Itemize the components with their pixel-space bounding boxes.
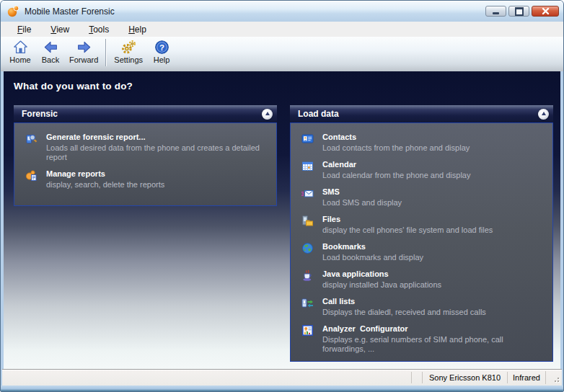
- load-data-panel-header: Load data: [290, 105, 553, 122]
- resize-grip[interactable]: [545, 371, 562, 384]
- home-icon: [13, 40, 28, 55]
- item-title: Files: [322, 214, 493, 224]
- item-text: SMS Load SMS and display: [322, 187, 402, 208]
- item-text: Java applications display installed Java…: [322, 269, 441, 290]
- menu-help-label: elp: [135, 24, 146, 35]
- analyzer-configurator-item[interactable]: Analyzer Configurator Displays e.g. seri…: [300, 324, 545, 354]
- forward-label: Forward: [69, 55, 98, 64]
- bookmarks-item[interactable]: Bookmarks Load bookmarks and display: [300, 241, 545, 262]
- load-data-panel-title: Load data: [298, 109, 538, 119]
- calendar-item[interactable]: Calendar Load calendar from the phone an…: [300, 159, 545, 180]
- item-text: Contacts Load contacts from the phone an…: [322, 132, 470, 153]
- item-title: Java applications: [322, 269, 441, 279]
- forensic-panel-header: Forensic: [14, 105, 277, 122]
- help-button[interactable]: ? Help: [146, 38, 177, 68]
- forensic-panel-title: Forensic: [22, 109, 262, 119]
- item-text: Generate forensic report... Loads all de…: [46, 132, 267, 162]
- status-spacer-pane: [411, 372, 422, 383]
- sms-item[interactable]: SMS Load SMS and display: [300, 187, 545, 208]
- minimize-icon: [493, 12, 499, 14]
- item-description: Loads all desired data from the phone an…: [46, 143, 267, 162]
- close-button[interactable]: [532, 6, 559, 17]
- status-device: Sony Ericsson K810: [422, 372, 507, 383]
- analyzer-icon: [301, 324, 314, 337]
- menu-help-hotkey: H: [128, 24, 135, 35]
- home-button[interactable]: Home: [5, 38, 35, 68]
- manage-reports-item[interactable]: Manage reports display, search, delete t…: [24, 169, 269, 190]
- menu-file-label: ile: [22, 24, 31, 35]
- home-label: Home: [9, 55, 30, 64]
- back-arrow-icon: [43, 40, 58, 55]
- call-lists-item[interactable]: Call lists Displays the dialedl, receive…: [300, 296, 545, 317]
- bookmarks-icon: [301, 242, 314, 254]
- app-window: Mobile Master Forensic File View Tools H…: [0, 0, 564, 392]
- chevron-up-icon: [542, 112, 546, 115]
- maximize-button[interactable]: [508, 6, 529, 17]
- item-title: Bookmarks: [322, 241, 423, 251]
- generate-forensic-report-item[interactable]: Generate forensic report... Loads all de…: [24, 132, 269, 162]
- load-data-panel-body: Contacts Load contacts from the phone an…: [290, 122, 553, 362]
- item-title: Calendar: [322, 159, 470, 169]
- menu-help[interactable]: Help: [122, 23, 153, 36]
- load-data-panel: Load data: [290, 105, 553, 362]
- status-connection: Infrared: [507, 372, 545, 383]
- contacts-icon: [301, 133, 314, 145]
- menu-tools-label: ools: [93, 24, 109, 35]
- forensic-collapse-button[interactable]: [262, 109, 273, 120]
- toolbar: Home Back Forward Settings: [1, 37, 563, 71]
- menu-file[interactable]: File: [11, 23, 38, 36]
- item-text: Files display the cell phones' file syst…: [322, 214, 493, 235]
- page-title: What do you want to do?: [4, 71, 560, 92]
- sms-icon: [301, 187, 314, 200]
- item-title: Contacts: [322, 132, 470, 142]
- forensic-panel-body: Generate forensic report... Loads all de…: [14, 122, 277, 206]
- maximize-icon: [515, 7, 524, 16]
- forensic-report-icon: [25, 133, 38, 145]
- item-text: Calendar Load calendar from the phone an…: [322, 159, 470, 180]
- forward-button[interactable]: Forward: [66, 38, 102, 68]
- help-icon: ?: [154, 40, 169, 55]
- item-description: Displays the dialedl, received and misse…: [322, 308, 486, 317]
- item-title: Analyzer Configurator: [322, 324, 543, 334]
- window-bottom-border: [1, 386, 563, 391]
- java-applications-item[interactable]: Java applications display installed Java…: [300, 269, 545, 290]
- item-text: Analyzer Configurator Displays e.g. seri…: [322, 324, 543, 354]
- item-description: Load SMS and display: [322, 198, 402, 208]
- window-title: Mobile Master Forensic: [25, 6, 483, 17]
- load-data-collapse-button[interactable]: [538, 109, 549, 120]
- menu-view[interactable]: View: [44, 23, 76, 36]
- app-logo-icon: [7, 5, 19, 17]
- item-description: display the cell phones' file system and…: [322, 226, 493, 235]
- status-bar: Sony Ericsson K810 Infrared: [2, 369, 562, 386]
- item-text: Call lists Displays the dialedl, receive…: [322, 296, 486, 317]
- menu-view-hotkey: V: [50, 24, 56, 35]
- close-icon: [542, 7, 550, 15]
- item-description: Load bookmarks and display: [322, 253, 423, 262]
- call-lists-icon: [301, 297, 314, 309]
- item-description: Load contacts from the phone and display: [322, 143, 470, 153]
- main-content: What do you want to do? Forensic: [4, 71, 560, 369]
- item-title: Generate forensic report...: [46, 132, 267, 142]
- minimize-button[interactable]: [485, 6, 506, 17]
- gears-icon: [121, 40, 136, 55]
- toolbar-separator: [105, 39, 106, 66]
- settings-label: Settings: [114, 55, 143, 64]
- item-title: Call lists: [322, 296, 486, 306]
- item-text: Bookmarks Load bookmarks and display: [322, 241, 423, 262]
- contacts-item[interactable]: Contacts Load contacts from the phone an…: [300, 132, 545, 153]
- settings-button[interactable]: Settings: [110, 38, 146, 68]
- help-label: Help: [154, 55, 170, 64]
- calendar-icon: [301, 160, 314, 172]
- menu-bar: File View Tools Help: [1, 22, 563, 37]
- item-description: display, search, delete the reports: [46, 180, 164, 190]
- back-button[interactable]: Back: [35, 38, 66, 68]
- forward-arrow-icon: [76, 40, 92, 55]
- item-text: Manage reports display, search, delete t…: [46, 169, 164, 190]
- svg-text:?: ?: [159, 43, 164, 52]
- item-description: Displays e.g. serial numbers of SIM and …: [322, 335, 543, 354]
- back-label: Back: [42, 55, 59, 64]
- files-item[interactable]: Files display the cell phones' file syst…: [300, 214, 545, 235]
- item-title: SMS: [322, 187, 402, 197]
- manage-reports-icon: [25, 169, 38, 182]
- menu-tools[interactable]: Tools: [82, 23, 115, 36]
